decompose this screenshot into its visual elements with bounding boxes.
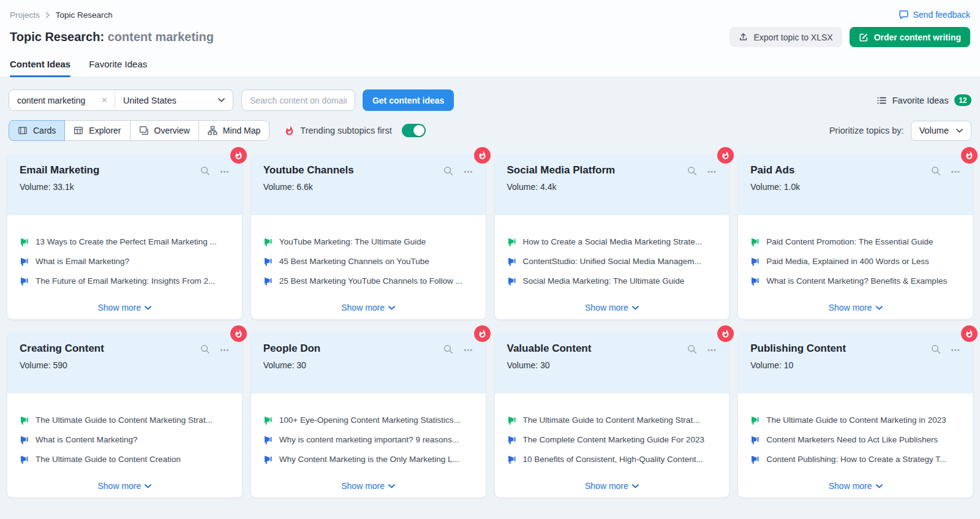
headline-text: What is Content Marketing? <box>36 435 138 444</box>
tab-favorite-ideas[interactable]: Favorite Ideas <box>89 59 147 77</box>
headline-item[interactable]: Content Marketers Need to Act Like Publi… <box>750 435 960 445</box>
megaphone-icon <box>507 415 517 425</box>
headline-text: 13 Ways to Create the Perfect Email Mark… <box>36 237 217 246</box>
search-topic-icon[interactable] <box>930 344 941 355</box>
headline-item[interactable]: The Ultimate Guide to Content Marketing … <box>750 415 960 425</box>
topic-card: Paid Ads ••• Volume: 1.0k Paid Content P… <box>738 154 973 319</box>
get-content-ideas-button[interactable]: Get content ideas <box>363 89 454 111</box>
more-menu-icon[interactable]: ••• <box>221 345 230 354</box>
search-topic-icon[interactable] <box>200 344 211 355</box>
headline-item[interactable]: Content Publishing: How to Create a Stra… <box>750 455 960 464</box>
view-mindmap-label: Mind Map <box>223 126 260 135</box>
trending-topic-badge <box>230 325 247 342</box>
headline-item[interactable]: The Ultimate Guide to Content Marketing … <box>507 415 717 425</box>
prioritize-select[interactable]: Volume <box>911 121 971 141</box>
headline-item[interactable]: Why is content marketing important? 9 re… <box>263 435 473 445</box>
headline-item[interactable]: What is Content Marketing? <box>20 435 230 445</box>
headline-text: ContentStudio: Unified Social Media Mana… <box>523 257 701 266</box>
headline-item[interactable]: Social Media Marketing: The Ultimate Gui… <box>507 276 717 286</box>
headline-item[interactable]: What is Content Marketing? Benefits & Ex… <box>750 276 960 286</box>
cards-view-icon <box>18 126 28 135</box>
topic-card-body: The Ultimate Guide to Content Marketing … <box>495 393 729 498</box>
more-menu-icon[interactable]: ••• <box>951 167 960 175</box>
clear-query-icon[interactable]: ✕ <box>99 96 115 105</box>
flame-icon <box>234 329 243 338</box>
search-topic-icon[interactable] <box>687 165 698 176</box>
view-toolbar: Cards Explorer Overview Mind Map Trendin… <box>9 120 971 141</box>
domain-search-input[interactable] <box>241 89 355 111</box>
trending-toggle[interactable] <box>402 124 426 137</box>
view-mindmap-button[interactable]: Mind Map <box>198 120 270 141</box>
volume-value: 30 <box>540 360 550 370</box>
tab-content-ideas[interactable]: Content Ideas <box>10 59 70 77</box>
send-feedback-link[interactable]: Send feedback <box>899 10 970 20</box>
megaphone-icon <box>20 237 29 247</box>
headline-item[interactable]: YouTube Marketing: The Ultimate Guide <box>263 237 473 247</box>
show-more-button[interactable]: Show more <box>738 481 973 491</box>
topic-card-header: People Don ••• Volume: 30 <box>251 332 486 393</box>
more-menu-icon[interactable]: ••• <box>464 345 473 354</box>
search-topic-icon[interactable] <box>930 165 941 176</box>
show-more-button[interactable]: Show more <box>251 303 486 313</box>
headline-item[interactable]: The Ultimate Guide to Content Creation <box>20 455 230 464</box>
topic-card-body: How to Create a Social Media Marketing S… <box>495 215 729 319</box>
order-content-writing-button[interactable]: Order content writing <box>850 27 970 47</box>
breadcrumb-projects[interactable]: Projects <box>10 10 40 20</box>
headline-item[interactable]: Paid Media, Explained in 400 Words or Le… <box>750 257 960 267</box>
view-explorer-button[interactable]: Explorer <box>64 120 130 141</box>
search-topic-icon[interactable] <box>443 165 454 176</box>
megaphone-icon <box>20 257 29 267</box>
headline-item[interactable]: How to Create a Social Media Marketing S… <box>507 237 717 247</box>
send-feedback-label: Send feedback <box>913 10 970 20</box>
headline-item[interactable]: The Future of Email Marketing: Insights … <box>20 276 230 286</box>
show-more-button[interactable]: Show more <box>7 303 242 313</box>
headline-item[interactable]: The Ultimate Guide to Content Marketing … <box>20 415 230 425</box>
show-more-button[interactable]: Show more <box>738 303 973 313</box>
more-menu-icon[interactable]: ••• <box>707 345 717 354</box>
show-more-button[interactable]: Show more <box>251 481 486 491</box>
topic-card: Social Media Platform ••• Volume: 4.4k H… <box>495 154 729 319</box>
favorite-ideas-link[interactable]: Favorite Ideas 12 <box>876 94 971 106</box>
search-row: ✕ United States Get content ideas Favori… <box>9 89 971 111</box>
show-more-button[interactable]: Show more <box>7 481 242 491</box>
megaphone-icon <box>263 455 273 464</box>
megaphone-icon <box>750 415 760 425</box>
trending-topic-badge <box>474 147 491 164</box>
headline-text: The Future of Email Marketing: Insights … <box>36 276 215 286</box>
view-overview-button[interactable]: Overview <box>130 120 199 141</box>
headline-item[interactable]: 25 Best Marketing YouTube Channels to Fo… <box>263 276 473 286</box>
more-menu-icon[interactable]: ••• <box>951 345 960 354</box>
volume-value: 590 <box>53 360 67 370</box>
show-more-button[interactable]: Show more <box>495 481 729 491</box>
export-topic-button[interactable]: Export topic to XLSX <box>729 27 842 47</box>
topic-card-body: Paid Content Promotion: The Essential Gu… <box>738 215 973 319</box>
topic-query-group: ✕ United States <box>9 89 233 111</box>
megaphone-icon <box>507 276 517 286</box>
search-topic-icon[interactable] <box>687 344 698 355</box>
headline-item[interactable]: What is Email Marketing? <box>20 257 230 267</box>
flame-icon <box>478 329 487 338</box>
headline-item[interactable]: 45 Best Marketing Channels on YouTube <box>263 257 473 267</box>
headline-item[interactable]: 10 Benefits of Consistent, High-Quality … <box>507 455 717 464</box>
headline-item[interactable]: Paid Content Promotion: The Essential Gu… <box>750 237 960 247</box>
more-menu-icon[interactable]: ••• <box>707 167 717 175</box>
more-menu-icon[interactable]: ••• <box>221 167 230 175</box>
country-select[interactable]: United States <box>115 90 233 110</box>
headline-text: Why is content marketing important? 9 re… <box>279 435 459 444</box>
view-cards-button[interactable]: Cards <box>9 120 65 141</box>
headline-item[interactable]: The Complete Content Marketing Guide For… <box>507 435 717 445</box>
headline-item[interactable]: ContentStudio: Unified Social Media Mana… <box>507 257 717 267</box>
headline-item[interactable]: 13 Ways to Create the Perfect Email Mark… <box>20 237 230 247</box>
topic-title: Creating Content <box>20 343 104 355</box>
show-more-button[interactable]: Show more <box>495 303 729 313</box>
headline-text: The Ultimate Guide to Content Creation <box>36 455 181 464</box>
headline-item[interactable]: 100+ Eye-Opening Content Marketing Stati… <box>263 415 473 425</box>
search-topic-icon[interactable] <box>443 344 454 355</box>
search-topic-icon[interactable] <box>200 165 211 176</box>
topic-volume: Volume: 30 <box>263 360 473 370</box>
headline-item[interactable]: Why Content Marketing is the Only Market… <box>263 455 473 464</box>
country-value: United States <box>123 96 176 105</box>
chevron-down-icon <box>956 129 963 133</box>
more-menu-icon[interactable]: ••• <box>464 167 473 175</box>
topic-query-input[interactable] <box>9 96 99 105</box>
